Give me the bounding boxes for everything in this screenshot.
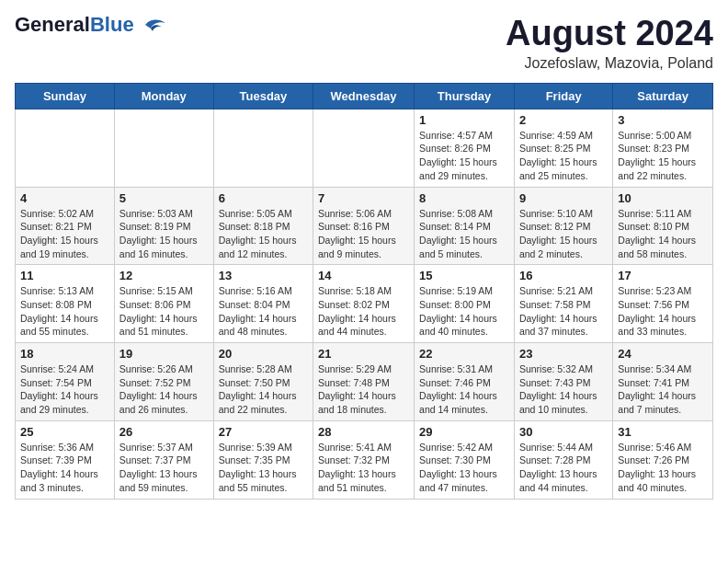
day-info: Sunrise: 4:57 AM Sunset: 8:26 PM Dayligh… (419, 129, 509, 183)
week-row-3: 11Sunrise: 5:13 AM Sunset: 8:08 PM Dayli… (16, 265, 713, 343)
day-number: 5 (119, 191, 209, 205)
calendar-cell: 22Sunrise: 5:31 AM Sunset: 7:46 PM Dayli… (415, 343, 515, 421)
day-number: 19 (119, 347, 209, 361)
day-info: Sunrise: 5:13 AM Sunset: 8:08 PM Dayligh… (20, 284, 109, 339)
day-info: Sunrise: 5:08 AM Sunset: 8:14 PM Dayligh… (419, 207, 509, 261)
week-row-4: 18Sunrise: 5:24 AM Sunset: 7:54 PM Dayli… (16, 343, 713, 421)
day-info: Sunrise: 5:32 AM Sunset: 7:43 PM Dayligh… (519, 362, 608, 417)
weekday-header-tuesday: Tuesday (213, 83, 313, 109)
title-area: August 2024 Jozefoslaw, Mazovia, Poland (506, 15, 713, 72)
calendar-cell (213, 109, 313, 187)
calendar-cell: 21Sunrise: 5:29 AM Sunset: 7:48 PM Dayli… (313, 343, 415, 421)
calendar-cell (114, 109, 213, 187)
week-row-2: 4Sunrise: 5:02 AM Sunset: 8:21 PM Daylig… (16, 187, 713, 265)
day-number: 26 (119, 425, 209, 439)
day-info: Sunrise: 5:34 AM Sunset: 7:41 PM Dayligh… (618, 362, 708, 417)
weekday-header-thursday: Thursday (415, 83, 515, 109)
day-info: Sunrise: 5:36 AM Sunset: 7:39 PM Dayligh… (20, 441, 109, 495)
logo-bird-icon (138, 16, 167, 34)
day-info: Sunrise: 5:00 AM Sunset: 8:23 PM Dayligh… (618, 129, 708, 183)
day-number: 24 (618, 347, 708, 361)
day-number: 12 (119, 269, 209, 282)
month-year-title: August 2024 (506, 15, 713, 53)
day-number: 18 (20, 347, 109, 361)
day-number: 23 (519, 347, 608, 361)
day-info: Sunrise: 5:29 AM Sunset: 7:48 PM Dayligh… (318, 362, 409, 417)
day-info: Sunrise: 5:11 AM Sunset: 8:10 PM Dayligh… (618, 207, 708, 261)
calendar-cell: 27Sunrise: 5:39 AM Sunset: 7:35 PM Dayli… (213, 420, 313, 499)
day-info: Sunrise: 5:10 AM Sunset: 8:12 PM Dayligh… (519, 207, 608, 261)
calendar-cell: 6Sunrise: 5:05 AM Sunset: 8:18 PM Daylig… (213, 187, 313, 265)
day-number: 10 (618, 191, 708, 205)
day-number: 30 (519, 425, 608, 439)
day-number: 17 (618, 269, 708, 282)
calendar-cell: 11Sunrise: 5:13 AM Sunset: 8:08 PM Dayli… (16, 265, 115, 343)
calendar-cell: 5Sunrise: 5:03 AM Sunset: 8:19 PM Daylig… (114, 187, 213, 265)
day-info: Sunrise: 5:28 AM Sunset: 7:50 PM Dayligh… (219, 362, 308, 417)
calendar-cell: 24Sunrise: 5:34 AM Sunset: 7:41 PM Dayli… (613, 343, 713, 421)
day-info: Sunrise: 5:41 AM Sunset: 7:32 PM Dayligh… (318, 441, 409, 495)
day-number: 14 (318, 269, 409, 282)
logo: GeneralBlue (15, 15, 167, 35)
calendar-cell: 8Sunrise: 5:08 AM Sunset: 8:14 PM Daylig… (415, 187, 515, 265)
logo-general: General (15, 13, 90, 36)
day-number: 13 (219, 269, 308, 282)
day-number: 16 (519, 269, 608, 282)
day-info: Sunrise: 5:46 AM Sunset: 7:26 PM Dayligh… (618, 441, 708, 495)
weekday-header-wednesday: Wednesday (313, 83, 415, 109)
calendar-cell: 16Sunrise: 5:21 AM Sunset: 7:58 PM Dayli… (514, 265, 612, 343)
day-number: 29 (419, 425, 509, 439)
day-info: Sunrise: 5:18 AM Sunset: 8:02 PM Dayligh… (318, 284, 409, 339)
calendar-cell: 3Sunrise: 5:00 AM Sunset: 8:23 PM Daylig… (613, 109, 713, 187)
weekday-header-friday: Friday (514, 83, 612, 109)
day-number: 2 (519, 113, 608, 127)
day-number: 6 (219, 191, 308, 205)
day-number: 4 (20, 191, 109, 205)
day-info: Sunrise: 5:42 AM Sunset: 7:30 PM Dayligh… (419, 441, 509, 495)
day-info: Sunrise: 5:23 AM Sunset: 7:56 PM Dayligh… (618, 284, 708, 339)
calendar-cell: 23Sunrise: 5:32 AM Sunset: 7:43 PM Dayli… (514, 343, 612, 421)
calendar-cell: 26Sunrise: 5:37 AM Sunset: 7:37 PM Dayli… (114, 420, 213, 499)
day-number: 21 (318, 347, 409, 361)
day-number: 20 (219, 347, 308, 361)
calendar-cell: 4Sunrise: 5:02 AM Sunset: 8:21 PM Daylig… (16, 187, 115, 265)
weekday-header-row: SundayMondayTuesdayWednesdayThursdayFrid… (16, 83, 713, 109)
calendar-cell: 19Sunrise: 5:26 AM Sunset: 7:52 PM Dayli… (114, 343, 213, 421)
day-info: Sunrise: 5:19 AM Sunset: 8:00 PM Dayligh… (419, 284, 509, 339)
calendar-cell: 1Sunrise: 4:57 AM Sunset: 8:26 PM Daylig… (415, 109, 515, 187)
calendar-cell: 15Sunrise: 5:19 AM Sunset: 8:00 PM Dayli… (415, 265, 515, 343)
week-row-5: 25Sunrise: 5:36 AM Sunset: 7:39 PM Dayli… (16, 420, 713, 499)
day-number: 27 (219, 425, 308, 439)
day-number: 7 (318, 191, 409, 205)
day-number: 3 (618, 113, 708, 127)
day-info: Sunrise: 5:21 AM Sunset: 7:58 PM Dayligh… (519, 284, 608, 339)
day-info: Sunrise: 5:02 AM Sunset: 8:21 PM Dayligh… (20, 207, 109, 261)
day-number: 9 (519, 191, 608, 205)
calendar-cell: 18Sunrise: 5:24 AM Sunset: 7:54 PM Dayli… (16, 343, 115, 421)
day-info: Sunrise: 5:31 AM Sunset: 7:46 PM Dayligh… (419, 362, 509, 417)
calendar-cell: 14Sunrise: 5:18 AM Sunset: 8:02 PM Dayli… (313, 265, 415, 343)
calendar-table: SundayMondayTuesdayWednesdayThursdayFrid… (15, 83, 713, 500)
day-number: 25 (20, 425, 109, 439)
calendar-cell: 20Sunrise: 5:28 AM Sunset: 7:50 PM Dayli… (213, 343, 313, 421)
day-number: 31 (618, 425, 708, 439)
calendar-cell: 17Sunrise: 5:23 AM Sunset: 7:56 PM Dayli… (613, 265, 713, 343)
calendar-cell: 10Sunrise: 5:11 AM Sunset: 8:10 PM Dayli… (613, 187, 713, 265)
calendar-cell: 9Sunrise: 5:10 AM Sunset: 8:12 PM Daylig… (514, 187, 612, 265)
day-info: Sunrise: 5:24 AM Sunset: 7:54 PM Dayligh… (20, 362, 109, 417)
calendar-cell: 28Sunrise: 5:41 AM Sunset: 7:32 PM Dayli… (313, 420, 415, 499)
calendar-cell (16, 109, 115, 187)
day-number: 8 (419, 191, 509, 205)
location-subtitle: Jozefoslaw, Mazovia, Poland (506, 55, 713, 72)
logo-blue: Blue (90, 13, 134, 36)
calendar-cell (313, 109, 415, 187)
day-info: Sunrise: 5:15 AM Sunset: 8:06 PM Dayligh… (119, 284, 209, 339)
calendar-cell: 30Sunrise: 5:44 AM Sunset: 7:28 PM Dayli… (514, 420, 612, 499)
day-number: 22 (419, 347, 509, 361)
calendar-cell: 7Sunrise: 5:06 AM Sunset: 8:16 PM Daylig… (313, 187, 415, 265)
calendar-cell: 2Sunrise: 4:59 AM Sunset: 8:25 PM Daylig… (514, 109, 612, 187)
day-info: Sunrise: 5:03 AM Sunset: 8:19 PM Dayligh… (119, 207, 209, 261)
day-info: Sunrise: 4:59 AM Sunset: 8:25 PM Dayligh… (519, 129, 608, 183)
day-number: 11 (20, 269, 109, 282)
day-number: 1 (419, 113, 509, 127)
